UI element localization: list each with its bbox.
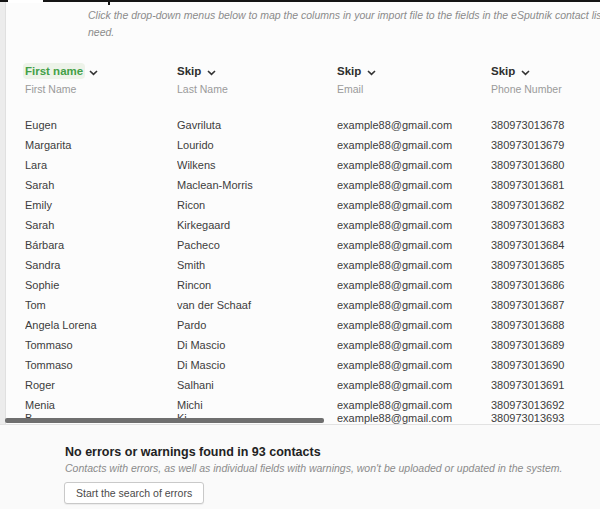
cell-phone: 380973013682 [491, 199, 600, 211]
cell-phone: 380973013686 [491, 279, 600, 291]
horizontal-scrollbar-thumb[interactable] [5, 418, 324, 423]
cell-first-name: Sandra [25, 259, 177, 271]
cell-last-name: Gavriluta [177, 119, 337, 131]
cell-email: example88@gmail.com [337, 119, 491, 131]
table-row: BárbaraPachecoexample88@gmail.com3809730… [0, 235, 600, 255]
cell-phone: 380973013692 [491, 399, 600, 411]
table-row: SarahMaclean-Morrisexample88@gmail.com38… [0, 175, 600, 195]
contacts-table-body: EugenGavrilutaexample88@gmail.com3809730… [0, 115, 600, 424]
start-error-search-button[interactable]: Start the search of errors [64, 482, 204, 504]
column-header-last-name: Skip Last Name [177, 61, 228, 95]
cell-first-name: Roger [25, 379, 177, 391]
cell-first-name: Menia [25, 399, 177, 411]
cell-first-name: Tommaso [25, 359, 177, 371]
cell-last-name: Lourido [177, 139, 337, 151]
cell-email: example88@gmail.com [337, 139, 491, 151]
source-column-label: Phone Number [491, 83, 562, 95]
source-column-label: Last Name [177, 83, 228, 95]
column-header-first-name: First name First Name [25, 61, 98, 95]
cell-phone: 380973013679 [491, 139, 600, 151]
table-row: TommasoDi Mascioexample88@gmail.com38097… [0, 355, 600, 375]
cell-phone: 380973013684 [491, 239, 600, 251]
validation-result-subtitle: Contacts with errors, as well as individ… [65, 462, 563, 474]
cell-phone: 380973013678 [491, 119, 600, 131]
table-row: Tomvan der Schaafexample88@gmail.com3809… [0, 295, 600, 315]
table-row: LaraWilkensexample88@gmail.com3809730136… [0, 155, 600, 175]
cell-email: example88@gmail.com [337, 159, 491, 171]
cell-first-name: Sarah [25, 219, 177, 231]
cell-phone: 380973013693 [491, 412, 600, 424]
chevron-down-icon [89, 66, 98, 78]
source-column-label: Email [337, 83, 376, 95]
cell-last-name: Pacheco [177, 239, 337, 251]
cell-email: example88@gmail.com [337, 259, 491, 271]
mapping-dropdown-label: First name [25, 65, 83, 77]
cell-email: example88@gmail.com [337, 239, 491, 251]
cell-first-name: Margarita [25, 139, 177, 151]
cell-email: example88@gmail.com [337, 399, 491, 411]
cell-first-name: Eugen [25, 119, 177, 131]
table-row: SandraSmithexample88@gmail.com3809730136… [0, 255, 600, 275]
table-row: SarahKirkegaardexample88@gmail.com380973… [0, 215, 600, 235]
chevron-down-icon [367, 66, 376, 78]
chevron-down-icon [207, 66, 216, 78]
mapping-dropdown-label: Skip [177, 65, 201, 77]
instructions-line2: need. [88, 24, 600, 41]
cell-last-name: Di Mascio [177, 339, 337, 351]
cell-first-name: Lara [25, 159, 177, 171]
cell-phone: 380973013689 [491, 339, 600, 351]
column-header-phone: Skip Phone Number [491, 61, 562, 95]
cell-email: example88@gmail.com [337, 412, 491, 424]
instructions-line1: Click the drop-down menus below to map t… [88, 7, 600, 24]
cell-last-name: Wilkens [177, 159, 337, 171]
cell-phone: 380973013680 [491, 159, 600, 171]
cell-first-name: Angela Lorena [25, 319, 177, 331]
mapping-dropdown-label: Skip [337, 65, 361, 77]
column-header-email: Skip Email [337, 61, 376, 95]
mapping-dropdown-phone[interactable]: Skip [491, 65, 530, 78]
table-row: TommasoDi Mascioexample88@gmail.com38097… [0, 335, 600, 355]
table-row: SophieRinconexample88@gmail.com380973013… [0, 275, 600, 295]
cell-email: example88@gmail.com [337, 279, 491, 291]
cell-email: example88@gmail.com [337, 219, 491, 231]
cell-last-name: Kirkegaard [177, 219, 337, 231]
cell-email: example88@gmail.com [337, 379, 491, 391]
table-row: MargaritaLouridoexample88@gmail.com38097… [0, 135, 600, 155]
cell-email: example88@gmail.com [337, 199, 491, 211]
cell-last-name: Rincon [177, 279, 337, 291]
mapping-dropdown-first-name[interactable]: First name [25, 65, 98, 78]
cell-email: example88@gmail.com [337, 299, 491, 311]
table-row: Angela LorenaPardoexample88@gmail.com380… [0, 315, 600, 335]
table-row: RogerSalhaniexample88@gmail.com380973013… [0, 375, 600, 395]
cell-last-name: Di Mascio [177, 359, 337, 371]
cell-first-name: Tommaso [25, 339, 177, 351]
cell-phone: 380973013683 [491, 219, 600, 231]
cell-first-name: Emily [25, 199, 177, 211]
mapping-dropdown-label: Skip [491, 65, 515, 77]
source-column-label: First Name [25, 83, 98, 95]
cell-phone: 380973013690 [491, 359, 600, 371]
cell-phone: 380973013681 [491, 179, 600, 191]
cell-email: example88@gmail.com [337, 179, 491, 191]
cell-phone: 380973013691 [491, 379, 600, 391]
mapping-dropdown-last-name[interactable]: Skip [177, 65, 216, 78]
top-border-gap [8, 0, 43, 3]
cell-email: example88@gmail.com [337, 359, 491, 371]
cell-last-name: Ricon [177, 199, 337, 211]
table-row: EmilyRiconexample88@gmail.com38097301368… [0, 195, 600, 215]
validation-result-title: No errors or warnings found in 93 contac… [65, 445, 321, 459]
top-tick-mark [108, 0, 110, 5]
cell-first-name: Tom [25, 299, 177, 311]
import-mapping-screen: Click the drop-down menus below to map t… [0, 0, 600, 509]
cell-phone: 380973013687 [491, 299, 600, 311]
cell-phone: 380973013685 [491, 259, 600, 271]
column-mapping-header: First name First Name Skip Last Name Ski… [0, 61, 600, 103]
cell-last-name: Salhani [177, 379, 337, 391]
cell-first-name: Bárbara [25, 239, 177, 251]
cell-email: example88@gmail.com [337, 339, 491, 351]
cell-last-name: Pardo [177, 319, 337, 331]
mapping-instructions: Click the drop-down menus below to map t… [88, 7, 600, 41]
mapping-dropdown-email[interactable]: Skip [337, 65, 376, 78]
cell-last-name: van der Schaaf [177, 299, 337, 311]
table-row: EugenGavrilutaexample88@gmail.com3809730… [0, 115, 600, 135]
